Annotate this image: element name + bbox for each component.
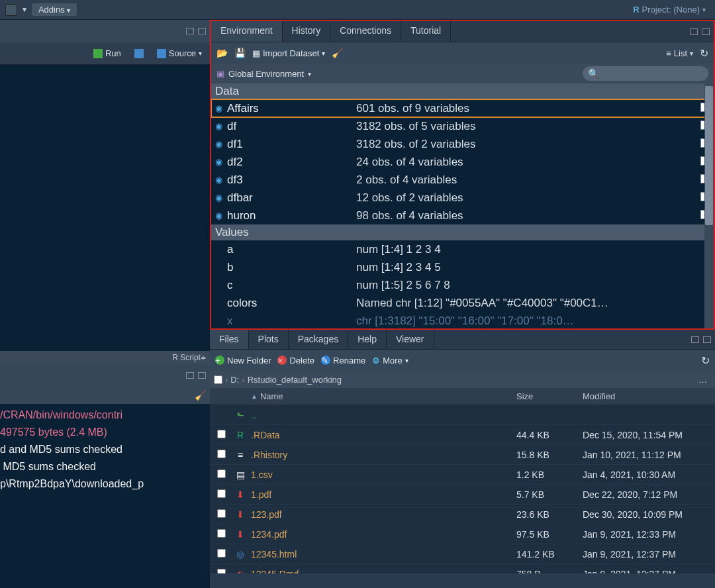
maximize-icon[interactable] [703, 336, 711, 343]
scope-selector[interactable]: ▣ Global Environment ▾ [216, 69, 311, 79]
tab-viewer[interactable]: Viewer [387, 330, 434, 349]
file-name[interactable]: .Rhistory [248, 450, 516, 460]
env-data-row[interactable]: ◉df13182 obs. of 2 variables [211, 135, 714, 153]
select-all-checkbox[interactable] [214, 375, 222, 384]
file-row[interactable]: ◐12345.Rmd758 BJan 9, 2021, 12:37 PM [210, 564, 715, 573]
expand-icon[interactable]: ◉ [215, 171, 227, 189]
env-data-row[interactable]: ◉huron98 obs. of 4 variables [211, 207, 714, 224]
search-input[interactable]: 🔍 [583, 66, 708, 81]
import-dataset-button[interactable]: ▦ Import Dataset ▾ [252, 48, 325, 58]
project-button[interactable]: R Project: (None) ▾ [629, 3, 710, 16]
rename-button[interactable]: ✎Rename [321, 356, 365, 366]
minimize-icon[interactable] [690, 28, 698, 35]
tab-environment[interactable]: Environment [211, 21, 283, 42]
tab-plots[interactable]: Plots [249, 330, 289, 349]
breadcrumb-more-icon[interactable]: … [694, 375, 711, 385]
env-value-row[interactable]: colorsNamed chr [1:12] "#0055AA" "#C4000… [211, 294, 714, 312]
console-line: p\Rtmp2BdpaY\downloaded_p [0, 475, 210, 493]
delete-button[interactable]: ×Delete [277, 356, 314, 366]
file-row[interactable]: ≡.Rhistory15.8 KBJan 10, 2021, 11:12 PM [210, 445, 715, 465]
env-data-row[interactable]: ◉df32 obs. of 4 variables [211, 171, 714, 189]
expand-icon[interactable]: ◉ [215, 153, 227, 171]
right-column: EnvironmentHistoryConnectionsTutorial 📂 … [210, 20, 715, 588]
source-statusbar: R Script ≑ [0, 351, 210, 364]
panes-icon[interactable] [5, 4, 17, 16]
env-value-row[interactable]: bnum [1:4] 2 3 4 5 [211, 258, 714, 276]
minimize-icon[interactable] [186, 28, 194, 34]
tab-tutorial[interactable]: Tutorial [401, 21, 451, 42]
file-name[interactable]: 123.pdf [248, 509, 516, 520]
file-checkbox[interactable] [217, 489, 226, 498]
minimize-icon[interactable] [186, 372, 194, 379]
expand-icon[interactable]: ◉ [215, 207, 227, 224]
breadcrumb-item[interactable]: D: [230, 375, 239, 385]
environment-pane: EnvironmentHistoryConnectionsTutorial 📂 … [210, 20, 715, 330]
expand-icon[interactable]: ◉ [215, 117, 227, 135]
env-value-row[interactable]: anum [1:4] 1 2 3 4 [211, 240, 714, 258]
env-value-row[interactable]: xchr [1:3182] "15:00" "16:00" "17:00" "1… [211, 312, 714, 328]
expand-icon[interactable]: ◉ [215, 99, 227, 117]
file-name[interactable]: 1.pdf [248, 489, 516, 500]
file-checkbox[interactable] [217, 430, 226, 438]
file-checkbox[interactable] [217, 549, 226, 558]
console-line: MD5 sums checked [0, 458, 210, 475]
file-name[interactable]: 1.csv [248, 469, 516, 480]
refresh-icon[interactable]: ↻ [700, 47, 708, 60]
file-row[interactable]: R.RData44.4 KBDec 15, 2020, 11:54 PM [210, 425, 715, 445]
save-workspace-icon[interactable]: 💾 [234, 48, 246, 58]
file-up-row[interactable]: ⬑.. [210, 405, 715, 425]
file-name[interactable]: .RData [248, 430, 516, 440]
maximize-icon[interactable] [702, 28, 710, 35]
sort-by-modified[interactable]: Modified [583, 391, 715, 401]
tab-connections[interactable]: Connections [330, 21, 401, 42]
refresh-files-icon[interactable]: ↻ [701, 354, 710, 367]
file-name[interactable]: 12345.html [248, 549, 516, 560]
tab-files[interactable]: Files [210, 330, 249, 349]
clear-env-icon[interactable]: 🧹 [332, 48, 343, 58]
minimize-icon[interactable] [691, 336, 699, 343]
new-folder-button[interactable]: +New Folder [215, 356, 271, 366]
addins-button[interactable]: Addins ▾ [32, 3, 77, 16]
file-name[interactable]: 12345.Rmd [248, 569, 516, 574]
console-output[interactable]: /CRAN/bin/windows/contri497575 bytes (2.… [0, 404, 210, 588]
tab-packages[interactable]: Packages [289, 330, 348, 349]
view-mode-button[interactable]: ≡ List ▾ [666, 48, 693, 58]
scrollbar[interactable] [704, 83, 714, 328]
file-list[interactable]: ⬑..R.RData44.4 KBDec 15, 2020, 11:54 PM≡… [210, 405, 715, 573]
file-row[interactable]: ⬇123.pdf23.6 KBDec 30, 2020, 10:09 PM [210, 505, 715, 524]
sort-by-size[interactable]: Size [516, 391, 583, 401]
file-name[interactable]: 1234.pdf [248, 529, 516, 540]
load-workspace-icon[interactable]: 📂 [216, 48, 228, 58]
tab-help[interactable]: Help [348, 330, 387, 349]
file-row[interactable]: ▤1.csv1.2 KBJan 4, 2021, 10:30 AM [210, 465, 715, 485]
console-line: d and MD5 sums checked [0, 441, 210, 458]
maximize-icon[interactable] [198, 28, 206, 34]
file-checkbox[interactable] [217, 529, 226, 538]
env-list[interactable]: Data◉Affairs601 obs. of 9 variables◉df31… [211, 83, 714, 328]
rerun-button[interactable] [130, 48, 148, 60]
file-checkbox[interactable] [217, 469, 226, 478]
breadcrumb-item[interactable]: Rstudio_default_working [248, 375, 342, 385]
file-checkbox[interactable] [217, 509, 226, 518]
source-editor[interactable] [0, 65, 210, 351]
more-button[interactable]: ⚙More ▾ [372, 356, 408, 366]
file-row[interactable]: ◎12345.html141.2 KBJan 9, 2021, 12:37 PM [210, 544, 715, 564]
console-line: /CRAN/bin/windows/contri [0, 407, 210, 424]
file-checkbox[interactable] [217, 569, 226, 574]
maximize-icon[interactable] [198, 372, 206, 379]
env-value-row[interactable]: cnum [1:5] 2 5 6 7 8 [211, 276, 714, 294]
run-button[interactable]: Run [89, 47, 125, 60]
source-button[interactable]: Source ▾ [153, 47, 206, 60]
env-data-row[interactable]: ◉Affairs601 obs. of 9 variables [211, 99, 714, 117]
expand-icon[interactable]: ◉ [215, 189, 227, 207]
env-data-row[interactable]: ◉df224 obs. of 4 variables [211, 153, 714, 171]
file-checkbox[interactable] [217, 450, 226, 458]
clear-console-icon[interactable]: 🧹 [195, 390, 206, 401]
tab-history[interactable]: History [283, 21, 331, 42]
expand-icon[interactable]: ◉ [215, 135, 227, 153]
env-data-row[interactable]: ◉df3182 obs. of 5 variables [211, 117, 714, 135]
file-row[interactable]: ⬇1234.pdf97.5 KBJan 9, 2021, 12:33 PM [210, 524, 715, 544]
sort-by-name[interactable]: ▲Name [248, 391, 516, 401]
file-row[interactable]: ⬇1.pdf5.7 KBDec 22, 2020, 7:12 PM [210, 485, 715, 505]
env-data-row[interactable]: ◉dfbar12 obs. of 2 variables [211, 189, 714, 207]
